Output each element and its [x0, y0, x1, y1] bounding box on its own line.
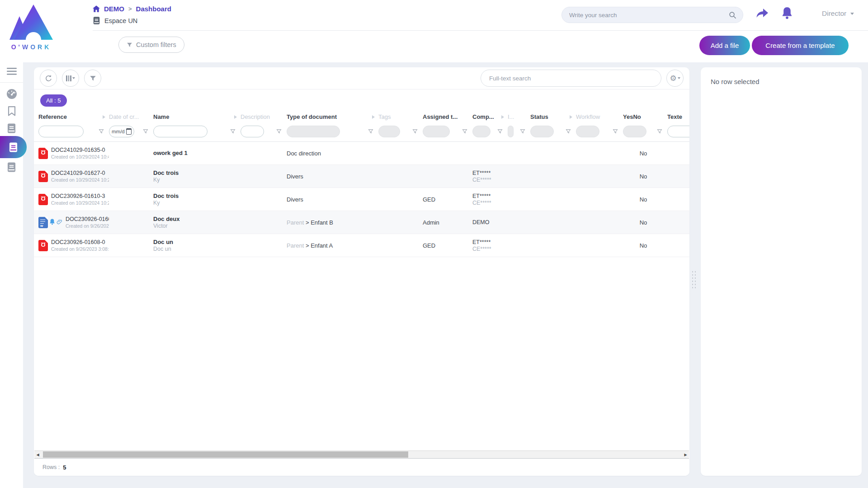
- column-header[interactable]: Comp...: [472, 113, 508, 120]
- table-row[interactable]: Ω w DOC241029-01635-0 Created on 10/29/2…: [34, 142, 689, 165]
- column-filter-input[interactable]: [38, 126, 84, 137]
- book-icon: [93, 17, 100, 24]
- columns-button[interactable]: [62, 70, 79, 87]
- column-header[interactable]: Texte: [667, 113, 689, 120]
- user-menu[interactable]: Director: [822, 9, 854, 18]
- fulltext-search-input[interactable]: [488, 75, 654, 82]
- cell-company: [472, 153, 508, 154]
- chevron-down-icon: [850, 13, 854, 15]
- column-filter-input[interactable]: [667, 126, 689, 137]
- bell-icon: [49, 219, 55, 226]
- scrollbar-thumb[interactable]: [43, 451, 408, 458]
- funnel-icon[interactable]: [566, 129, 571, 134]
- sidebar-item-library-2[interactable]: [0, 160, 23, 175]
- funnel-icon[interactable]: [276, 129, 282, 134]
- cell-name: Doc trois Ky: [153, 169, 241, 183]
- global-search: [561, 7, 743, 23]
- table-row[interactable]: Ω w DOC230926-01608-0 Created on 9/26/20…: [34, 234, 689, 257]
- custom-filters-label: Custom filters: [136, 41, 176, 48]
- funnel-icon[interactable]: [230, 129, 236, 134]
- disabled-filter-input: [472, 126, 491, 137]
- column-header[interactable]: Type of document: [287, 113, 378, 120]
- document-name: Doc un: [153, 239, 237, 245]
- filter-cell: mm/d: [241, 126, 287, 137]
- funnel-icon[interactable]: [99, 129, 104, 134]
- app-logo[interactable]: O'WORK: [6, 4, 56, 51]
- sidebar-item-dashboard[interactable]: [0, 86, 23, 102]
- filter-cell: mm/d: [508, 126, 530, 137]
- breadcrumb-current[interactable]: Dashboard: [136, 5, 171, 13]
- funnel-icon[interactable]: [412, 129, 418, 134]
- cell-name: Doc deux Victor: [153, 216, 241, 229]
- funnel-icon[interactable]: [497, 129, 503, 134]
- documents-table-panel: ⚙ All : 5 Reference Date of cr... Name D…: [34, 67, 689, 476]
- all-count-badge[interactable]: All : 5: [40, 94, 67, 107]
- word-file-icon: w: [38, 217, 48, 228]
- custom-filters-button[interactable]: Custom filters: [118, 37, 184, 53]
- scroll-right-icon[interactable]: ▶: [682, 451, 689, 458]
- horizontal-scrollbar[interactable]: ◀ ▶: [34, 450, 689, 459]
- column-header[interactable]: Description: [241, 113, 287, 120]
- cell-type: Divers: [287, 196, 378, 203]
- sidebar-menu-toggle[interactable]: [0, 64, 23, 79]
- scroll-left-icon[interactable]: ◀: [34, 451, 41, 458]
- column-header[interactable]: Date of cr...: [109, 113, 153, 120]
- cell-company: ET***** CE*****: [472, 193, 508, 206]
- funnel-icon[interactable]: [368, 129, 373, 134]
- disabled-filter-input: [508, 126, 514, 137]
- funnel-icon[interactable]: [462, 129, 467, 134]
- scrollbar-track[interactable]: [41, 451, 682, 458]
- column-header[interactable]: YesNo: [623, 113, 667, 120]
- disabled-filter-input: [423, 126, 450, 137]
- add-file-button[interactable]: Add a file: [699, 36, 750, 55]
- rows-label: Rows :: [42, 464, 60, 470]
- table-filter-row: mm/d mm/d mm/d mm/d: [34, 124, 689, 142]
- sidebar-item-bookmarks[interactable]: [0, 103, 23, 119]
- share-button[interactable]: [756, 8, 769, 19]
- sort-arrow-icon: [234, 115, 237, 119]
- table-row[interactable]: Ω w DOC230926-01609-0 Created on 9/26/20…: [34, 211, 689, 234]
- document-name: Doc trois: [153, 192, 237, 199]
- funnel-icon[interactable]: [143, 129, 148, 134]
- funnel-icon[interactable]: [657, 129, 662, 134]
- sidebar-item-documents-active[interactable]: [0, 136, 27, 158]
- cell-type: Parent > Enfant A: [287, 242, 378, 249]
- table-row[interactable]: Ω w DOC230926-01610-3 Created on 10/29/2…: [34, 188, 689, 211]
- column-header-label: Comp...: [472, 113, 494, 120]
- breadcrumb: DEMO > Dashboard: [93, 5, 171, 13]
- column-header[interactable]: Status: [530, 113, 576, 120]
- cell-reference: Ω w DOC230926-01610-3 Created on 10/29/2…: [38, 193, 109, 206]
- column-header[interactable]: I...: [508, 113, 530, 120]
- gear-icon: ⚙: [670, 75, 676, 82]
- disabled-filter-input: [378, 126, 400, 137]
- global-search-input[interactable]: [568, 11, 729, 19]
- panel-resize-handle[interactable]: [691, 270, 697, 289]
- cell-name: owork ged 1: [153, 150, 241, 157]
- notifications-button[interactable]: [781, 7, 793, 19]
- create-from-template-button[interactable]: Create from a template: [752, 36, 849, 55]
- cell-type: Parent > Enfant B: [287, 219, 378, 226]
- column-filter-input[interactable]: [153, 126, 208, 137]
- filters-button[interactable]: [84, 70, 101, 87]
- date-filter-input[interactable]: mm/d: [109, 126, 134, 137]
- column-header[interactable]: Assigned t...: [423, 113, 472, 120]
- column-header[interactable]: Name: [153, 113, 241, 120]
- funnel-icon[interactable]: [613, 129, 618, 134]
- table-row[interactable]: Ω w DOC241029-01627-0 Created on 10/29/2…: [34, 165, 689, 188]
- sidebar-item-library-1[interactable]: [0, 121, 23, 136]
- funnel-icon[interactable]: [520, 129, 525, 134]
- table-settings-button[interactable]: ⚙: [666, 70, 684, 87]
- breadcrumb-home[interactable]: DEMO: [104, 5, 124, 13]
- home-icon[interactable]: [93, 5, 100, 12]
- sidebar-divider: [0, 82, 23, 83]
- column-filter-input[interactable]: [241, 126, 264, 137]
- refresh-button[interactable]: [40, 70, 57, 87]
- space-selector[interactable]: Espace UN: [93, 17, 137, 24]
- column-header-label: Date of cr...: [109, 113, 139, 120]
- cell-yesno: No: [623, 173, 667, 180]
- column-header[interactable]: Reference: [38, 113, 109, 120]
- table-body: Ω w DOC241029-01635-0 Created on 10/29/2…: [34, 142, 689, 257]
- column-header[interactable]: Workflow: [576, 113, 623, 120]
- search-icon[interactable]: [729, 11, 736, 19]
- column-header[interactable]: Tags: [378, 113, 423, 120]
